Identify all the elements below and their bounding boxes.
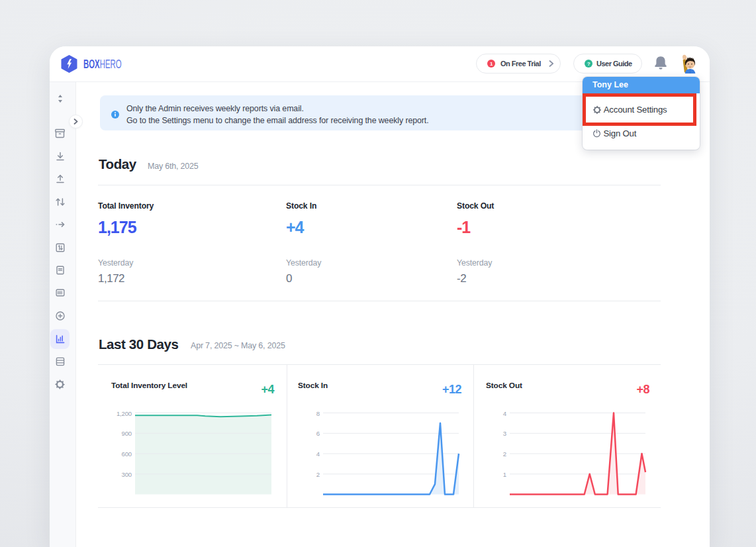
- svg-text:4: 4: [503, 409, 507, 417]
- svg-text:300: 300: [122, 470, 132, 477]
- svg-text:1: 1: [503, 470, 506, 477]
- svg-text:3: 3: [503, 430, 506, 437]
- svg-text:900: 900: [122, 430, 132, 437]
- svg-text:600: 600: [122, 450, 132, 458]
- svg-text:2: 2: [503, 450, 506, 458]
- svg-text:1,200: 1,200: [117, 409, 132, 417]
- svg-text:6: 6: [316, 430, 320, 437]
- svg-text:4: 4: [316, 450, 320, 458]
- svg-text:2: 2: [316, 470, 320, 477]
- svg-text:8: 8: [316, 409, 320, 417]
